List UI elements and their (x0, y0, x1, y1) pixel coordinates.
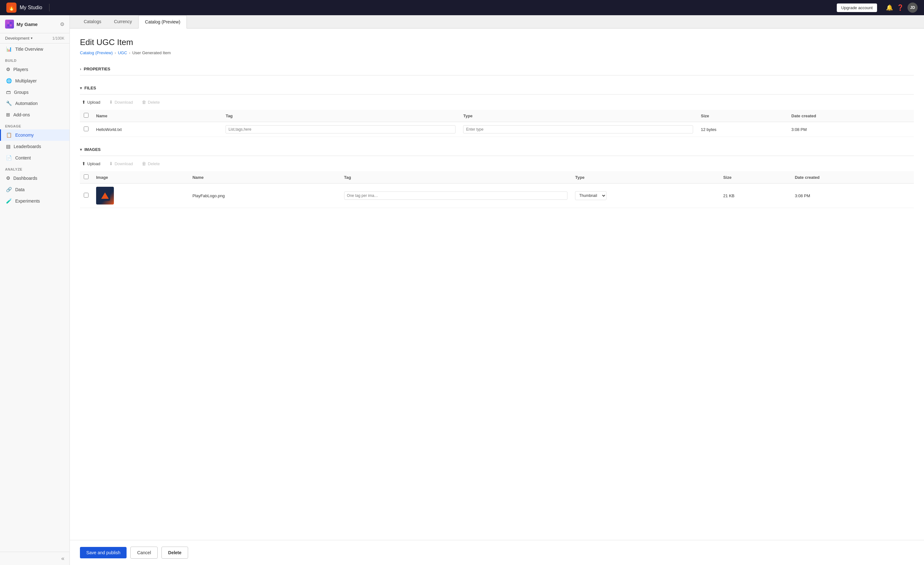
sidebar-game-header: My Game ⚙ (0, 15, 69, 33)
file-row-checkbox[interactable] (84, 126, 88, 131)
images-delete-button[interactable]: 🗑 Delete (140, 160, 162, 168)
upload-icon: ⬆ (82, 100, 86, 105)
file-tag-cell (222, 122, 459, 137)
studio-name: My Studio (20, 5, 42, 10)
image-tag-input[interactable] (344, 192, 568, 200)
image-size-cell: 21 KB (719, 184, 791, 208)
game-name: My Game (16, 22, 60, 27)
images-download-label: Download (114, 161, 133, 166)
page-title: Edit UGC Item (80, 37, 914, 47)
sidebar-item-data[interactable]: 🔗 Data (0, 184, 69, 195)
download-icon: ⬇ (109, 161, 113, 166)
file-name-cell: HelloWorld.txt (92, 122, 222, 137)
file-row-checkbox-cell (80, 122, 92, 137)
sidebar-item-addons[interactable]: ⊞ Add-ons (0, 109, 69, 120)
image-date-cell: 3:08 PM (791, 184, 914, 208)
images-col-size: Size (719, 171, 791, 184)
sidebar-item-experiments[interactable]: 🧪 Experiments (0, 195, 69, 207)
image-type-select[interactable]: Thumbnail Screenshot Icon (575, 191, 606, 200)
section-analyze-label: ANALYZE (0, 163, 69, 172)
sidebar-item-label: Economy (15, 132, 34, 138)
settings-icon[interactable]: ⚙ (60, 21, 64, 27)
files-col-tag: Tag (222, 110, 459, 122)
top-nav: 🔥 My Studio Upgrade account 🔔 ❓ JD (0, 0, 924, 15)
sidebar-item-leaderboards[interactable]: ▤ Leaderboards (0, 141, 69, 152)
environment-selector[interactable]: Development ▾ 1/100K (0, 33, 69, 43)
sidebar-item-label: Multiplayer (15, 78, 37, 83)
image-name-cell: PlayFabLogo.png (189, 184, 340, 208)
tab-catalogs[interactable]: Catalogs (77, 15, 108, 28)
properties-section-header[interactable]: › PROPERTIES (80, 63, 914, 75)
images-select-all-header (80, 171, 92, 184)
files-download-button[interactable]: ⬇ Download (107, 98, 135, 106)
content-icon: 📄 (6, 155, 12, 161)
files-delete-button[interactable]: 🗑 Delete (140, 98, 162, 106)
section-build-label: BUILD (0, 55, 69, 64)
images-toolbar: ⬆ Upload ⬇ Download 🗑 Delete (80, 156, 914, 171)
players-icon: ⚙ (6, 67, 10, 72)
files-chevron: ▾ (80, 86, 82, 90)
help-icon[interactable]: ❓ (897, 4, 904, 11)
properties-section: › PROPERTIES (80, 63, 914, 75)
sidebar-item-multiplayer[interactable]: 🌐 Multiplayer (0, 75, 69, 87)
dashboards-icon: ⚙ (6, 175, 10, 181)
download-icon: ⬇ (109, 100, 113, 105)
upgrade-button[interactable]: Upgrade account (837, 3, 877, 12)
files-select-all-checkbox[interactable] (84, 113, 88, 118)
breadcrumb-catalog-preview[interactable]: Catalog (Preview) (80, 50, 112, 55)
file-tag-input[interactable] (225, 125, 456, 133)
image-name: PlayFabLogo.png (192, 193, 225, 198)
cancel-button[interactable]: Cancel (130, 547, 158, 559)
breadcrumb-sep-1: › (114, 50, 116, 55)
images-delete-label: Delete (148, 161, 160, 166)
automation-icon: 🔧 (6, 100, 12, 106)
images-section-header[interactable]: ▾ IMAGES (80, 143, 914, 156)
sidebar-item-automation[interactable]: 🔧 Automation (0, 97, 69, 109)
notifications-icon[interactable]: 🔔 (886, 4, 893, 11)
data-icon: 🔗 (6, 187, 12, 192)
files-toolbar: ⬆ Upload ⬇ Download 🗑 Delete (80, 94, 914, 110)
images-download-button[interactable]: ⬇ Download (107, 160, 135, 168)
sidebar-item-players[interactable]: ⚙ Players (0, 64, 69, 75)
experiments-icon: 🧪 (6, 198, 12, 204)
breadcrumb-ugc[interactable]: UGC (118, 50, 127, 55)
file-type-input[interactable] (463, 125, 693, 133)
files-col-size: Size (697, 110, 787, 122)
user-avatar[interactable]: JD (908, 3, 918, 13)
files-upload-button[interactable]: ⬆ Upload (80, 98, 102, 106)
bar-chart-icon: 📊 (6, 46, 12, 52)
section-engage-label: ENGAGE (0, 120, 69, 129)
images-col-type: Type (571, 171, 719, 184)
svg-rect-1 (10, 22, 12, 24)
economy-icon: 📋 (6, 132, 12, 138)
files-delete-label: Delete (148, 100, 160, 105)
sidebar-item-title-overview[interactable]: 📊 Title Overview (0, 43, 69, 55)
sidebar-item-content[interactable]: 📄 Content (0, 152, 69, 163)
sidebar-item-groups[interactable]: 🗃 Groups (0, 87, 69, 97)
sidebar-collapse-button[interactable]: « (0, 552, 69, 565)
sidebar-item-economy[interactable]: 📋 Economy (0, 129, 69, 141)
sidebar-item-dashboards[interactable]: ⚙ Dashboards (0, 172, 69, 184)
addons-icon: ⊞ (6, 112, 10, 118)
groups-icon: 🗃 (6, 89, 11, 95)
tab-currency[interactable]: Currency (108, 15, 138, 28)
file-name: HelloWorld.txt (96, 127, 122, 132)
image-row-checkbox[interactable] (84, 193, 88, 198)
images-select-all-checkbox[interactable] (84, 174, 88, 179)
save-publish-button[interactable]: Save and publish (80, 547, 126, 558)
images-col-tag: Tag (340, 171, 572, 184)
images-upload-button[interactable]: ⬆ Upload (80, 160, 102, 168)
files-label: FILES (84, 85, 96, 90)
images-section: ▾ IMAGES ⬆ Upload ⬇ Download 🗑 Del (80, 143, 914, 208)
image-tag-cell (340, 184, 572, 208)
sidebar-item-label: Leaderboards (14, 144, 41, 149)
files-download-label: Download (114, 100, 133, 105)
environment-caret: ▾ (31, 36, 33, 40)
images-table: Image Name Tag Type Size Date created (80, 171, 914, 208)
sidebar-item-label: Players (14, 67, 28, 72)
tab-catalog-preview[interactable]: Catalog (Preview) (138, 15, 187, 28)
files-section-header[interactable]: ▾ FILES (80, 82, 914, 94)
bottom-actions: Save and publish Cancel Delete (70, 540, 924, 565)
delete-icon: 🗑 (142, 161, 146, 166)
delete-button[interactable]: Delete (162, 547, 188, 559)
